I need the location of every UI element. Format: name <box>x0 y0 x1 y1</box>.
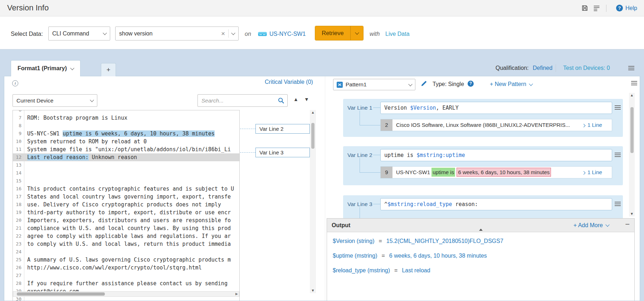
code-line[interactable]: 11System image file is "unix:/opt/unetla… <box>13 145 239 153</box>
var-line-label: Var Line 3 <box>347 201 372 207</box>
code-line[interactable]: 14 <box>13 169 239 177</box>
add-format-tab[interactable]: + <box>101 63 116 76</box>
line-number: 6 <box>13 110 24 114</box>
add-more-link[interactable]: + Add More <box>574 222 609 229</box>
annotation-box[interactable]: Var Line 2 <box>255 124 310 134</box>
h-scrollbar-right-arrow[interactable]: ▶ <box>235 292 238 296</box>
scroll-down-icon[interactable]: ▼ <box>630 211 634 216</box>
connector-line <box>360 125 380 125</box>
pattern-text: , EARLY <box>436 105 459 111</box>
code-line[interactable]: 10System returned to ROM by reload at 0 <box>13 138 239 145</box>
code-line[interactable]: 21compliance with U.S. and local country… <box>13 224 239 232</box>
help-link[interactable]: Help <box>625 5 637 11</box>
code-line[interactable]: 13 <box>13 161 239 169</box>
command-combobox[interactable]: show version × <box>115 27 239 40</box>
chevron-down-icon <box>231 31 235 35</box>
device-link[interactable]: US-NYC-SW1 <box>269 31 306 37</box>
code-line[interactable]: 9US-NYC-SW1 uptime is 6 weeks, 6 days, 1… <box>13 130 239 138</box>
scroll-up-icon[interactable]: ▲ <box>311 110 315 115</box>
annotation-box[interactable]: Var Line 3 <box>255 148 310 157</box>
right-scrollbar[interactable]: ▲ ▼ <box>629 93 635 216</box>
h-scrollbar[interactable]: ▶ <box>13 291 239 297</box>
code-editor[interactable]: 67ROM: Bootstrap program is Linux89US-NY… <box>13 110 240 301</box>
type-help-icon[interactable]: ? <box>468 81 474 87</box>
code-text: A summary of U.S. laws governing Cisco c… <box>24 256 239 264</box>
right-scrollbar-track[interactable] <box>629 98 635 211</box>
code-line[interactable]: 12Last reload reason: Unknown reason <box>13 153 239 161</box>
search-prev-button[interactable]: ▲ <box>293 96 298 102</box>
expand-lines-link[interactable]: 1 Line <box>580 119 612 131</box>
connector-line <box>360 158 360 172</box>
code-line[interactable]: 8 <box>13 122 239 130</box>
pattern-input[interactable]: uptime is $mstring:uptime <box>380 149 612 161</box>
code-text <box>24 169 239 177</box>
var-line-menu-icon[interactable] <box>615 201 621 208</box>
code-line[interactable]: 15 <box>13 177 239 185</box>
list-icon[interactable] <box>593 4 600 13</box>
match-row: 9US-NYC-SW1 uptime is 6 weeks, 6 days, 1… <box>380 166 612 178</box>
code-line[interactable]: 20Importers, exporters, distributors and… <box>13 216 239 224</box>
code-line[interactable]: 22agree to comply with applicable laws a… <box>13 232 239 240</box>
code-line[interactable]: 6 <box>13 110 239 114</box>
retrieve-dropdown[interactable] <box>350 26 363 40</box>
output-variable-value: Last reload <box>402 267 430 273</box>
data-type-select[interactable]: CLI Command <box>48 27 110 40</box>
code-line[interactable]: 25A summary of U.S. laws governing Cisco… <box>13 256 239 264</box>
pattern-select[interactable]: Pattern1 <box>333 79 415 90</box>
left-scrollbar-thumb[interactable] <box>311 123 314 149</box>
code-line[interactable]: 7ROM: Bootstrap program is Linux <box>13 114 239 122</box>
pattern-menu-icon[interactable] <box>631 81 637 87</box>
var-line-block: Var Line 1Version $Version, EARLY2Cisco … <box>343 99 623 137</box>
line-number: 23 <box>13 240 24 248</box>
line-number: 21 <box>13 224 24 232</box>
expand-lines-link[interactable]: 1 Line <box>580 167 612 178</box>
search-next-button[interactable]: ▼ <box>304 96 309 102</box>
pattern-input[interactable]: Version $Version, EARLY <box>380 102 612 114</box>
left-scrollbar-track[interactable] <box>310 115 316 288</box>
equals-sign: = <box>381 253 385 259</box>
retrieve-button[interactable]: Retrieve <box>315 26 364 40</box>
data-type-value: CLI Command <box>52 30 89 37</box>
device-scope-select[interactable]: Current Device <box>13 94 97 107</box>
h-scrollbar-thumb[interactable] <box>17 292 105 296</box>
var-line-menu-icon[interactable] <box>615 105 621 111</box>
code-text-segment: uptime is 6 weeks, 6 days, 10 hours, 38 … <box>63 130 214 137</box>
code-line[interactable]: 19third-party authority to import, expor… <box>13 209 239 216</box>
search-icon[interactable] <box>278 97 284 104</box>
save-icon[interactable] <box>581 4 589 13</box>
code-line[interactable]: 27 <box>13 272 239 280</box>
code-text-segment: US-NYC-SW1 <box>27 130 63 137</box>
right-scrollbar-thumb[interactable] <box>630 107 634 153</box>
new-pattern-link[interactable]: + New Pattern <box>490 81 532 87</box>
pattern-input[interactable]: ^$mstring:reload_type reason: <box>380 198 612 210</box>
collapse-icon[interactable] <box>479 223 483 229</box>
minimize-icon[interactable]: − <box>625 220 630 229</box>
code-line[interactable]: 26http://www.cisco.com/wwl/export/crypto… <box>13 264 239 272</box>
command-value: show version <box>119 30 152 37</box>
help-icon[interactable]: ? <box>616 5 623 11</box>
critical-variable-link[interactable]: Critical Variable (0) <box>265 79 313 85</box>
scroll-down-icon[interactable]: ▼ <box>311 288 315 293</box>
search-input[interactable] <box>198 97 278 104</box>
code-line[interactable]: 18use. Delivery of Cisco cryptographic p… <box>13 201 239 209</box>
qualification-value-link[interactable]: Defined <box>533 65 552 71</box>
scroll-up-icon[interactable]: ▲ <box>630 93 634 98</box>
left-scrollbar[interactable]: ▲ ▼ <box>310 110 316 293</box>
code-line[interactable]: 16This product contains cryptographic fe… <box>13 185 239 193</box>
clear-icon[interactable]: × <box>221 30 225 37</box>
info-icon[interactable]: i <box>12 80 18 86</box>
code-line[interactable]: 17States and local country laws governin… <box>13 193 239 201</box>
tab-format1[interactable]: Format1 (Primary) <box>11 60 80 76</box>
code-line[interactable]: 23to comply with U.S. and local laws, re… <box>13 240 239 248</box>
live-data-link[interactable]: Live Data <box>385 31 410 37</box>
tabs-menu-icon[interactable] <box>628 66 634 72</box>
code-line[interactable]: 28If you require further assistance plea… <box>13 280 239 287</box>
line-number: 22 <box>13 232 24 240</box>
line-number: 13 <box>13 161 24 169</box>
test-on-devices-link[interactable]: Test on Devices: 0 <box>563 65 610 71</box>
device-scope-value: Current Device <box>16 97 53 104</box>
code-line[interactable]: 24 <box>13 248 239 256</box>
line-number: 19 <box>13 209 24 216</box>
pattern-variable: $Version <box>410 105 436 111</box>
var-line-menu-icon[interactable] <box>615 152 621 159</box>
